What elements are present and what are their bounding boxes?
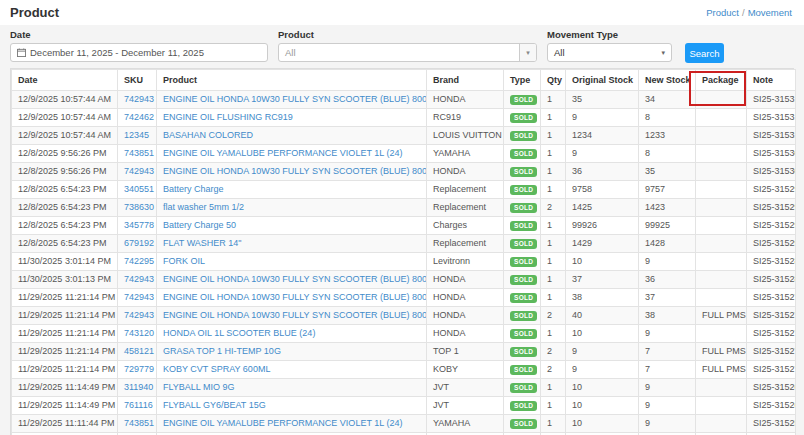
product-link[interactable]: ENGINE OIL FLUSHING RC919 bbox=[163, 112, 293, 122]
product-link[interactable]: HONDA OIL 1L SCOOTER BLUE (24) bbox=[163, 328, 315, 338]
sku-link[interactable]: 742462 bbox=[124, 112, 154, 122]
product-link[interactable]: GRASA TOP 1 HI-TEMP 10G bbox=[163, 346, 281, 356]
sku-link[interactable]: 742943 bbox=[124, 310, 154, 320]
table-row: 11/29/2025 11:21:14 PM 743120 HONDA OIL … bbox=[12, 325, 796, 343]
sku-link[interactable]: 458121 bbox=[124, 346, 154, 356]
cell-new-stock: 1428 bbox=[639, 235, 696, 253]
cell-type: SOLD bbox=[504, 127, 541, 145]
cell-new-stock: 1233 bbox=[639, 127, 696, 145]
product-select[interactable]: All ▾ bbox=[278, 43, 537, 62]
cell-original-stock: 10 bbox=[566, 379, 639, 397]
table-row: 12/8/2025 6:54:23 PM 340551 Battery Char… bbox=[12, 181, 796, 199]
product-link[interactable]: FLYBALL GY6/BEAT 15G bbox=[163, 400, 266, 410]
cell-type: SOLD bbox=[504, 217, 541, 235]
cell-date: 11/30/2025 3:01:14 PM bbox=[12, 253, 118, 271]
sku-link[interactable]: 311940 bbox=[124, 382, 153, 392]
sku-link[interactable]: 340551 bbox=[124, 184, 154, 194]
cell-original-stock: 1234 bbox=[566, 127, 639, 145]
breadcrumb-link-movement[interactable]: Movement bbox=[748, 7, 792, 18]
cell-product: FORK OIL bbox=[157, 253, 427, 271]
product-link[interactable]: ENGINE OIL HONDA 10W30 FULLY SYN SCOOTER… bbox=[163, 292, 427, 302]
cell-date: 11/29/2025 11:21:14 PM bbox=[12, 343, 118, 361]
sku-link[interactable]: 738630 bbox=[124, 202, 154, 212]
cell-product: ENGINE OIL FLUSHING RC919 bbox=[157, 109, 427, 127]
product-link[interactable]: KOBY CVT SPRAY 600ML bbox=[163, 364, 270, 374]
cell-brand: HONDA bbox=[427, 325, 504, 343]
cell-note: SI25-31528 bbox=[747, 271, 796, 289]
product-link[interactable]: FLYBALL MIO 9G bbox=[163, 382, 235, 392]
product-link[interactable]: ENGINE OIL YAMALUBE PERFORMANCE VIOLET 1… bbox=[163, 418, 402, 428]
cell-qty: 2 bbox=[541, 361, 566, 379]
product-link[interactable]: ENGINE OIL HONDA 10W30 FULLY SYN SCOOTER… bbox=[163, 274, 427, 284]
sold-status-badge: SOLD bbox=[510, 293, 537, 304]
search-button[interactable]: Search bbox=[685, 43, 724, 63]
cell-date: 11/29/2025 11:11:44 PM bbox=[12, 415, 118, 433]
sku-link[interactable]: 742943 bbox=[124, 274, 154, 284]
product-link[interactable]: FLAT WASHER 14" bbox=[163, 238, 242, 248]
product-link[interactable]: ENGINE OIL HONDA 10W30 FULLY SYN SCOOTER… bbox=[163, 310, 427, 320]
table-row: 11/29/2025 11:21:14 PM 458121 GRASA TOP … bbox=[12, 343, 796, 361]
cell-brand: YAMAHA bbox=[427, 415, 504, 433]
cell-product: FLAT WASHER 14" bbox=[157, 235, 427, 253]
sku-link[interactable]: 742295 bbox=[124, 256, 154, 266]
product-link[interactable]: FORK OIL bbox=[163, 256, 205, 266]
sku-link[interactable]: 742943 bbox=[124, 166, 154, 176]
sku-link[interactable]: 743120 bbox=[124, 328, 154, 338]
sku-link[interactable]: 742943 bbox=[124, 292, 154, 302]
product-link[interactable]: ENGINE OIL HONDA 10W30 FULLY SYN SCOOTER… bbox=[163, 94, 427, 104]
table-row: 11/29/2025 11:14:49 PM 761116 FLYBALL GY… bbox=[12, 397, 796, 415]
cell-package bbox=[696, 253, 747, 271]
cell-original-stock: 99926 bbox=[566, 217, 639, 235]
product-link[interactable]: ENGINE OIL HONDA 10W30 FULLY SYN SCOOTER… bbox=[163, 166, 427, 176]
product-link[interactable]: Battery Charge 50 bbox=[163, 220, 236, 230]
cell-original-stock: 9 bbox=[566, 145, 639, 163]
cell-note: SI25-31526 bbox=[747, 379, 796, 397]
date-range-input[interactable]: December 11, 2025 - December 11, 2025 bbox=[10, 43, 268, 62]
table-row: 12/8/2025 6:54:23 PM 679192 FLAT WASHER … bbox=[12, 235, 796, 253]
cell-type: SOLD bbox=[504, 109, 541, 127]
cell-original-stock: 37 bbox=[566, 271, 639, 289]
sold-status-badge: SOLD bbox=[510, 239, 537, 250]
table-row: 12/8/2025 9:56:26 PM 743851 ENGINE OIL Y… bbox=[12, 145, 796, 163]
cell-note: SI25-31527 bbox=[747, 343, 796, 361]
cell-original-stock: 10 bbox=[566, 415, 639, 433]
sku-link[interactable]: 12345 bbox=[124, 130, 149, 140]
cell-new-stock: 36 bbox=[639, 271, 696, 289]
sku-link[interactable]: 679192 bbox=[124, 238, 154, 248]
cell-product: ENGINE OIL YAMALUBE PERFORMANCE VIOLET 1… bbox=[157, 415, 427, 433]
sku-link[interactable]: 761116 bbox=[124, 400, 153, 410]
cell-date: 12/8/2025 6:54:23 PM bbox=[12, 199, 118, 217]
cell-brand: HONDA bbox=[427, 91, 504, 109]
cell-original-stock: 9 bbox=[566, 343, 639, 361]
movement-table-panel: Date SKU Product Brand Type Qty Original… bbox=[10, 68, 794, 435]
date-filter-group: Date December 11, 2025 - December 11, 20… bbox=[10, 29, 268, 62]
product-link[interactable]: Battery Charge bbox=[163, 184, 224, 194]
cell-type: SOLD bbox=[504, 325, 541, 343]
sku-link[interactable]: 345778 bbox=[124, 220, 154, 230]
cell-original-stock: 40 bbox=[566, 307, 639, 325]
breadcrumb: Product/Movement bbox=[706, 7, 792, 18]
sku-link[interactable]: 742943 bbox=[124, 94, 154, 104]
cell-qty: 2 bbox=[541, 199, 566, 217]
product-link[interactable]: BASAHAN COLORED bbox=[163, 130, 253, 140]
cell-package bbox=[696, 271, 747, 289]
sku-link[interactable]: 743851 bbox=[124, 148, 154, 158]
cell-product: flat washer 5mm 1/2 bbox=[157, 199, 427, 217]
breadcrumb-link-product[interactable]: Product bbox=[706, 7, 739, 18]
cell-original-stock: 35 bbox=[566, 91, 639, 109]
sku-link[interactable]: 743851 bbox=[124, 418, 154, 428]
sku-link[interactable]: 729779 bbox=[124, 364, 154, 374]
movement-type-select[interactable]: All ▾ bbox=[547, 43, 672, 62]
table-row: 12/9/2025 10:57:44 AM 742462 ENGINE OIL … bbox=[12, 109, 796, 127]
product-link[interactable]: ENGINE OIL YAMALUBE PERFORMANCE VIOLET 1… bbox=[163, 148, 402, 158]
cell-note: SI25-31527 bbox=[747, 289, 796, 307]
product-filter-group: Product All ▾ bbox=[278, 29, 537, 62]
cell-sku: 761116 bbox=[118, 397, 157, 415]
cell-brand: HONDA bbox=[427, 163, 504, 181]
column-header-qty: Qty bbox=[541, 70, 566, 91]
table-row: 11/29/2025 11:14:49 PM 311940 FLYBALL MI… bbox=[12, 379, 796, 397]
sold-status-badge: SOLD bbox=[510, 95, 537, 106]
cell-sku: 742943 bbox=[118, 307, 157, 325]
product-select-dropdown-button[interactable]: ▾ bbox=[519, 44, 536, 61]
product-link[interactable]: flat washer 5mm 1/2 bbox=[163, 202, 244, 212]
